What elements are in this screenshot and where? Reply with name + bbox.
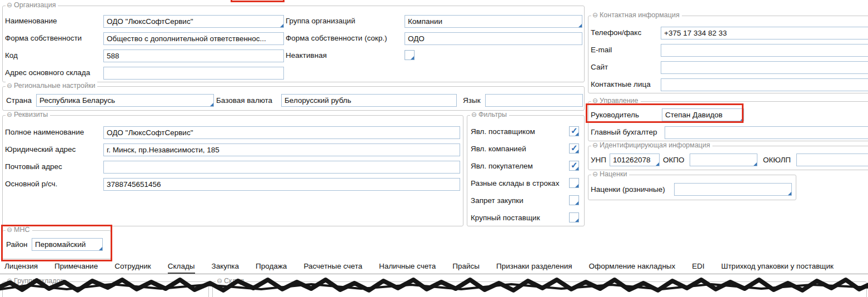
filters-group-title-text: Фильтры <box>478 111 507 118</box>
tab-warehouses[interactable]: Склады <box>168 262 195 274</box>
filter-company-label: Явл. компанией <box>471 145 526 153</box>
legal-address-input[interactable]: г. Минск, пр.Независимости, 185 <box>103 143 460 156</box>
full-name-label: Полное наименование <box>5 128 84 136</box>
filter-buyer-checkbox[interactable] <box>569 161 579 171</box>
tab-purchase[interactable]: Закупка <box>212 262 240 274</box>
group-markups: ⊖ Наценки Наценки (розничные) <box>588 175 796 200</box>
site-input[interactable] <box>661 61 868 74</box>
highlight-box-top-fragment <box>231 0 285 2</box>
group-filters: ⊖ Фильтры Явл. поставщиком Явл. компание… <box>467 115 585 226</box>
organization-group-title-text: Организация <box>14 1 56 9</box>
okpo-label: ОКПО <box>663 156 685 164</box>
filter-diff-warehouses-checkbox[interactable] <box>569 178 579 188</box>
tab-price-lists[interactable]: Прайсы <box>452 262 480 274</box>
organization-group-title: ⊖ Организация <box>6 1 58 9</box>
filters-group-title: ⊖ Фильтры <box>470 111 509 118</box>
tab-sale[interactable]: Продажа <box>256 262 287 274</box>
group-warehouse-group: ⊖ Группа складов <box>2 281 209 297</box>
contact-group-title-text: Контактная информация <box>600 11 680 19</box>
tab-supplier-package-barcode[interactable]: Штрихкод упаковки у поставщик <box>721 262 834 274</box>
chief-accountant-input[interactable] <box>665 126 868 139</box>
collapse-icon[interactable]: ⊖ <box>7 2 12 8</box>
collapse-icon[interactable]: ⊖ <box>7 278 12 284</box>
filter-diff-warehouses-label: Разные склады в строках <box>471 179 559 187</box>
name-input[interactable]: ОДО "ЛюксСофтСервис" <box>103 15 284 28</box>
warehouse-title-text: Склад <box>224 277 244 285</box>
collapse-icon[interactable]: ⊖ <box>592 171 598 177</box>
tab-invoice-formatting[interactable]: Оформление накладных <box>589 262 676 274</box>
collapse-icon[interactable]: ⊖ <box>217 278 222 284</box>
language-input[interactable] <box>485 94 583 107</box>
tab-separation-flags[interactable]: Признаки разделения <box>496 262 572 274</box>
filter-purchase-ban-checkbox[interactable] <box>569 195 579 205</box>
inactive-checkbox[interactable] <box>405 50 415 60</box>
group-regional-settings: ⊖ Региональные настройки Страна Республи… <box>2 86 585 111</box>
tab-employee[interactable]: Сотрудник <box>114 262 151 274</box>
requisites-group-title: ⊖ Реквизиты <box>6 111 50 118</box>
main-account-label: Основной р/сч. <box>5 180 57 188</box>
code-input[interactable]: 588 <box>103 50 284 62</box>
group-identification: ⊖ Идентифицирующая информация УНП 101262… <box>588 146 868 170</box>
okpo-input[interactable] <box>690 154 757 166</box>
collapse-icon[interactable]: ⊖ <box>7 82 12 89</box>
tab-settlement-accounts[interactable]: Расчетные счета <box>303 262 362 274</box>
phone-label: Телефон/факс <box>591 28 641 37</box>
email-input[interactable] <box>661 44 868 57</box>
warehouse-group-title-text: Группа складов <box>14 277 64 285</box>
head-input[interactable]: Степан Давидов <box>662 108 744 121</box>
legal-address-label: Юридический адрес <box>5 145 76 154</box>
code-label: Код <box>5 51 18 60</box>
site-label: Сайт <box>591 63 608 71</box>
main-warehouse-address-input[interactable] <box>103 67 284 80</box>
ownership-input[interactable]: Общество с дополнительной ответственнос.… <box>103 32 284 45</box>
ownership-short-label: Форма собственности (сокр.) <box>286 34 387 42</box>
main-account-input[interactable]: 3788745651456 <box>103 178 460 191</box>
tab-edi[interactable]: EDI <box>692 262 705 274</box>
filter-supplier-checkbox[interactable] <box>569 126 579 136</box>
org-group-label: Группа организаций <box>286 17 355 25</box>
filter-large-supplier-checkbox[interactable] <box>569 212 579 222</box>
okyulp-label: ОКЮЛП <box>763 156 791 164</box>
ownership-label: Форма собственности <box>5 34 82 42</box>
org-group-input[interactable]: Компании <box>405 15 582 28</box>
requisites-group-title-text: Реквизиты <box>14 111 48 118</box>
full-name-input[interactable]: ОДО "ЛюксСофтСервис" <box>103 126 460 139</box>
contact-group-title: ⊖ Контактная информация <box>591 11 682 19</box>
retail-markup-input[interactable] <box>674 183 792 196</box>
okyulp-input[interactable] <box>796 154 868 166</box>
markups-group-title: ⊖ Наценки <box>591 170 629 178</box>
ownership-short-input[interactable]: ОДО <box>405 32 582 45</box>
collapse-icon[interactable]: ⊖ <box>592 142 598 148</box>
country-input[interactable]: Республика Беларусь <box>36 94 214 107</box>
group-requisites: ⊖ Реквизиты Полное наименование ОДО "Люк… <box>2 115 463 226</box>
collapse-icon[interactable]: ⊖ <box>592 12 598 18</box>
group-warehouse: ⊖ Склад <box>212 281 867 297</box>
phone-input[interactable]: +375 17 334 82 33 <box>661 27 868 39</box>
tab-note[interactable]: Примечание <box>54 262 98 274</box>
tab-license[interactable]: Лицензия <box>4 262 38 274</box>
currency-input[interactable]: Белорусский рубль <box>281 94 457 107</box>
identification-group-title: ⊖ Идентифицирующая информация <box>591 141 712 149</box>
chief-accountant-label: Главный бухгалтер <box>591 128 657 136</box>
contact-persons-label: Контактные лица <box>591 80 651 88</box>
unp-label: УНП <box>591 156 606 164</box>
collapse-icon[interactable]: ⊖ <box>471 111 477 118</box>
warehouse-title: ⊖ Склад <box>216 277 246 285</box>
collapse-icon[interactable]: ⊖ <box>7 226 12 233</box>
tab-cash-accounts[interactable]: Наличные счета <box>379 262 436 274</box>
postal-address-input[interactable] <box>103 161 460 174</box>
country-label: Страна <box>6 96 32 105</box>
markups-group-title-text: Наценки <box>600 170 627 178</box>
inactive-label: Неактивная <box>286 51 327 60</box>
unp-input[interactable]: 101262078 <box>610 154 660 166</box>
filter-large-supplier-label: Крупный поставщик <box>471 214 540 222</box>
contact-persons-input[interactable] <box>661 78 868 91</box>
filter-company-checkbox[interactable] <box>569 143 579 154</box>
district-input[interactable]: Первомайский <box>32 238 103 251</box>
language-label: Язык <box>463 96 481 105</box>
collapse-icon[interactable]: ⊖ <box>7 111 12 118</box>
email-label: E-mail <box>591 46 612 54</box>
warehouse-group-title: ⊖ Группа складов <box>6 277 66 285</box>
retail-markup-label: Наценки (розничные) <box>591 185 665 194</box>
collapse-icon[interactable]: ⊖ <box>592 97 598 104</box>
